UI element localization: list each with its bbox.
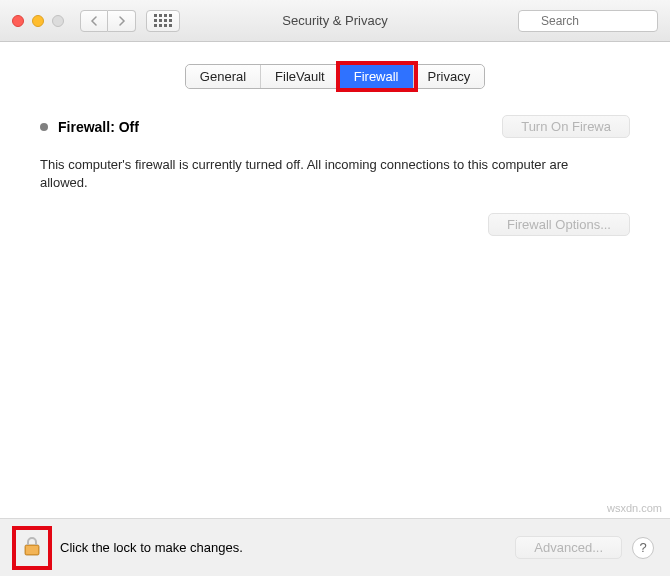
tab-filevault[interactable]: FileVault [261,65,340,88]
advanced-button: Advanced... [515,536,622,559]
chevron-right-icon [118,16,126,26]
content-pane: Firewall: Off Turn On Firewa This comput… [0,89,670,236]
lock-button[interactable] [16,530,48,566]
firewall-description: This computer's firewall is currently tu… [40,156,580,191]
turn-on-firewall-button: Turn On Firewa [502,115,630,138]
nav-buttons [80,10,136,32]
tab-general[interactable]: General [186,65,261,88]
tab-bar: General FileVault Firewall Privacy [0,64,670,89]
close-window-button[interactable] [12,15,24,27]
back-button[interactable] [80,10,108,32]
tab-privacy[interactable]: Privacy [414,65,485,88]
window-controls [12,15,64,27]
watermark-text: wsxdn.com [607,502,662,514]
status-indicator-icon [40,123,48,131]
help-button[interactable]: ? [632,537,654,559]
forward-button[interactable] [108,10,136,32]
search-input[interactable] [518,10,658,32]
tab-firewall[interactable]: Firewall [340,65,414,88]
svg-rect-3 [26,546,38,554]
minimize-window-button[interactable] [32,15,44,27]
lock-icon [20,534,44,561]
titlebar: Security & Privacy [0,0,670,42]
footer-bar: Click the lock to make changes. Advanced… [0,518,670,576]
firewall-options-button: Firewall Options... [488,213,630,236]
apps-grid-icon [154,14,172,27]
show-all-button[interactable] [146,10,180,32]
chevron-left-icon [90,16,98,26]
lock-hint-text: Click the lock to make changes. [60,540,243,555]
zoom-window-button [52,15,64,27]
firewall-status-label: Firewall: Off [58,119,139,135]
